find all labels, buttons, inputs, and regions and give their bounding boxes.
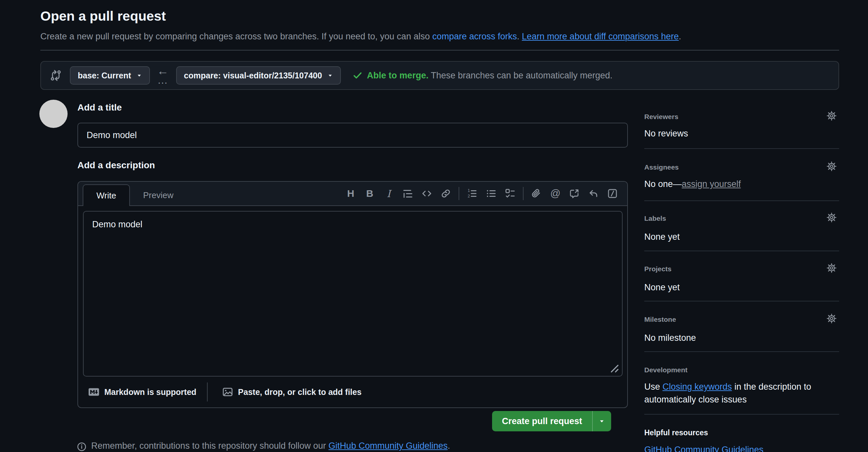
cross-reference-button[interactable] xyxy=(565,186,584,201)
milestone-value: No milestone xyxy=(644,333,696,343)
bullet-list-button[interactable] xyxy=(482,186,501,201)
gear-icon xyxy=(827,111,837,121)
markdown-icon xyxy=(88,386,99,397)
assignees-gear-button[interactable] xyxy=(827,161,837,171)
create-pull-request-button[interactable]: Create pull request xyxy=(492,411,592,431)
reply-icon xyxy=(588,188,599,199)
base-branch-selector[interactable]: base: Current xyxy=(70,66,150,85)
helpful-resources-heading: Helpful resources xyxy=(644,428,708,437)
slash-command-icon xyxy=(607,188,618,199)
quote-icon xyxy=(403,188,413,199)
sidebar-divider xyxy=(644,148,839,149)
pr-description-textarea[interactable]: Demo model xyxy=(83,211,623,377)
milestone-heading[interactable]: Milestone xyxy=(644,316,676,323)
markdown-supported-link[interactable]: Markdown is supported xyxy=(83,386,196,397)
chevron-down-icon xyxy=(136,73,142,78)
helpful-community-guidelines-link[interactable]: GitHub Community Guidelines xyxy=(644,445,763,452)
pr-title-input[interactable] xyxy=(78,123,628,148)
reviewers-heading[interactable]: Reviewers xyxy=(644,113,678,121)
projects-gear-button[interactable] xyxy=(827,263,837,273)
add-description-heading: Add a description xyxy=(78,160,155,170)
footer-divider xyxy=(207,383,208,401)
markdown-toolbar: H B I @ xyxy=(341,186,627,201)
mention-button[interactable]: @ xyxy=(546,186,565,201)
image-icon xyxy=(222,386,233,397)
create-pr-button-group: Create pull request xyxy=(492,411,611,431)
gear-icon xyxy=(827,213,837,222)
merge-status-text: These branches can be automatically merg… xyxy=(428,70,613,80)
assignees-value: No one—assign yourself xyxy=(644,179,741,189)
compare-across-forks-link[interactable]: compare across forks xyxy=(432,31,517,41)
assign-yourself-link[interactable]: assign yourself xyxy=(682,179,741,189)
subtitle-text: Create a new pull request by comparing c… xyxy=(40,31,432,41)
compare-direction-indicator: ← … xyxy=(157,66,169,85)
sidebar-divider xyxy=(644,251,839,251)
avatar xyxy=(39,100,68,128)
add-title-heading: Add a title xyxy=(78,102,122,113)
gear-icon xyxy=(827,263,837,273)
sidebar-divider xyxy=(644,301,839,301)
development-text: Use Closing keywords in the description … xyxy=(644,381,839,406)
resize-grip-icon[interactable] xyxy=(607,361,620,374)
ellipsis-icon: … xyxy=(157,75,168,85)
code-button[interactable] xyxy=(417,186,436,201)
code-icon xyxy=(422,188,432,199)
projects-value: None yet xyxy=(644,283,680,293)
numbered-list-icon xyxy=(467,188,477,199)
italic-button[interactable]: I xyxy=(379,186,398,201)
development-heading: Development xyxy=(644,366,688,374)
editor-footer: Markdown is supported Paste, drop, or cl… xyxy=(83,381,623,403)
toolbar-divider xyxy=(459,187,459,200)
paperclip-icon xyxy=(531,188,541,199)
projects-heading[interactable]: Projects xyxy=(644,265,672,273)
tab-write[interactable]: Write xyxy=(83,184,130,206)
tab-preview[interactable]: Preview xyxy=(130,185,186,205)
attach-file-button[interactable] xyxy=(527,186,546,201)
merge-status: Able to merge. These branches can be aut… xyxy=(353,70,613,81)
editor-header: Write Preview H B I @ xyxy=(78,182,627,206)
create-pr-options-button[interactable] xyxy=(592,411,611,431)
pr-compose-page: Open a pull request Create a new pull re… xyxy=(0,0,868,452)
check-icon xyxy=(353,70,363,80)
compare-branch-selector[interactable]: compare: visual-editor/2135/107400 xyxy=(176,66,341,85)
merge-status-bold: Able to merge. xyxy=(367,70,429,80)
attach-files-button[interactable]: Paste, drop, or click to add files xyxy=(217,386,362,397)
community-guidelines-link[interactable]: GitHub Community Guidelines xyxy=(329,441,447,451)
sidebar-divider xyxy=(644,200,839,201)
task-list-icon xyxy=(505,188,515,199)
numbered-list-button[interactable] xyxy=(463,186,482,201)
sidebar-divider xyxy=(644,414,839,415)
sidebar-divider xyxy=(644,351,839,352)
pr-sidebar: Reviewers No reviews Assignees No one—as… xyxy=(644,0,839,452)
gear-icon xyxy=(827,161,837,171)
bullet-list-icon xyxy=(486,188,496,199)
chevron-down-icon xyxy=(599,418,605,424)
gear-icon xyxy=(827,314,837,323)
chevron-down-icon xyxy=(328,73,333,78)
reviewers-gear-button[interactable] xyxy=(827,111,837,121)
closing-keywords-link[interactable]: Closing keywords xyxy=(663,382,732,392)
community-guidelines-note: Remember, contributions to this reposito… xyxy=(77,441,450,452)
quote-button[interactable] xyxy=(398,186,417,201)
saved-replies-button[interactable] xyxy=(584,186,603,201)
heading-button[interactable]: H xyxy=(341,186,360,201)
milestone-gear-button[interactable] xyxy=(827,314,837,323)
info-icon xyxy=(77,442,87,452)
link-icon xyxy=(440,188,451,199)
link-button[interactable] xyxy=(436,186,455,201)
task-list-button[interactable] xyxy=(501,186,520,201)
description-editor: Write Preview H B I @ Demo mode xyxy=(78,181,628,408)
assignees-heading[interactable]: Assignees xyxy=(644,163,679,171)
git-compare-icon xyxy=(50,69,62,82)
page-title: Open a pull request xyxy=(40,8,166,24)
page-subtitle: Create a new pull request by comparing c… xyxy=(40,31,681,42)
cross-reference-icon xyxy=(569,188,580,199)
bold-button[interactable]: B xyxy=(360,186,379,201)
labels-heading[interactable]: Labels xyxy=(644,215,666,222)
labels-value: None yet xyxy=(644,232,680,242)
reviewers-value: No reviews xyxy=(644,129,688,139)
labels-gear-button[interactable] xyxy=(827,213,837,222)
slash-commands-button[interactable] xyxy=(603,186,622,201)
toolbar-divider xyxy=(523,187,524,200)
